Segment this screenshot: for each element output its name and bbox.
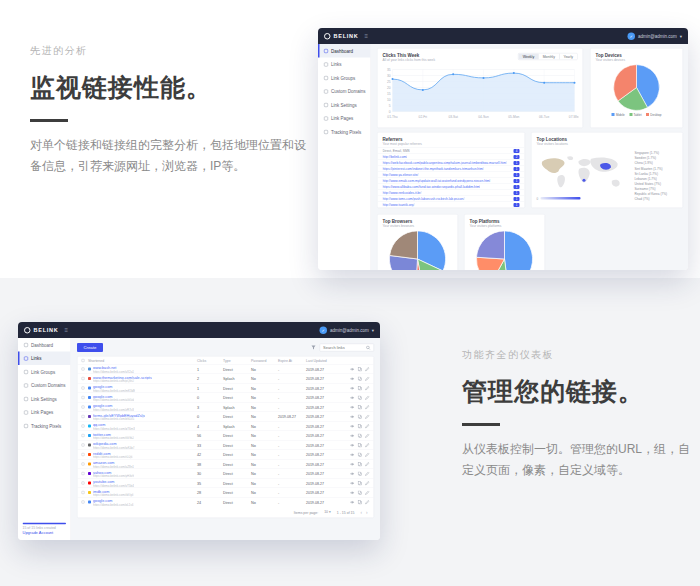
- copy-icon[interactable]: [358, 367, 363, 372]
- row-checkbox[interactable]: [82, 491, 85, 494]
- copy-icon[interactable]: [358, 386, 363, 391]
- referrer-url[interactable]: https://web.facebook.com/pablo.argentina…: [383, 161, 507, 165]
- copy-icon[interactable]: [358, 405, 363, 410]
- copy-icon[interactable]: [358, 376, 363, 381]
- prev-page-button[interactable]: ‹: [361, 510, 363, 515]
- edit-icon[interactable]: [365, 395, 370, 400]
- copy-icon[interactable]: [358, 500, 363, 505]
- edit-icon[interactable]: [365, 414, 370, 419]
- edit-icon[interactable]: [365, 405, 370, 410]
- sidebar-item-link-groups[interactable]: Link Groups: [18, 365, 71, 379]
- copy-icon[interactable]: [358, 452, 363, 457]
- edit-icon[interactable]: [365, 452, 370, 457]
- referrer-url[interactable]: http://www.toms.com/push.laborcush.rio.b…: [383, 197, 465, 201]
- copy-icon[interactable]: [358, 490, 363, 495]
- sidebar-item-custom-domains[interactable]: Custom Domains: [318, 85, 371, 99]
- tab-weekly[interactable]: Weekly: [519, 54, 538, 60]
- create-button[interactable]: Create: [77, 343, 103, 352]
- col-header-expire[interactable]: Expire At: [278, 359, 306, 363]
- menu-icon[interactable]: ≡: [64, 327, 68, 334]
- sidebar-item-link-pages[interactable]: Link Pages: [18, 406, 71, 420]
- row-checkbox[interactable]: [82, 368, 85, 371]
- copy-icon[interactable]: [358, 424, 363, 429]
- next-page-button[interactable]: ›: [366, 510, 368, 515]
- sidebar-item-dashboard[interactable]: Dashboard: [18, 338, 71, 352]
- view-stats-icon[interactable]: [350, 405, 355, 410]
- referrer-url[interactable]: http://www.renkusides.it.br/: [383, 191, 422, 195]
- edit-icon[interactable]: [365, 500, 370, 505]
- view-stats-icon[interactable]: [350, 500, 355, 505]
- referrer-url[interactable]: http://www.emaki.com.my/update.wall.tat.…: [383, 179, 491, 183]
- tab-monthly[interactable]: Monthly: [538, 54, 559, 60]
- user-avatar[interactable]: ✓: [319, 326, 327, 334]
- edit-icon[interactable]: [365, 386, 370, 391]
- copy-icon[interactable]: [358, 481, 363, 486]
- row-checkbox[interactable]: [82, 463, 85, 466]
- view-stats-icon[interactable]: [350, 452, 355, 457]
- view-stats-icon[interactable]: [350, 481, 355, 486]
- search-icon[interactable]: [366, 345, 371, 350]
- col-header-password[interactable]: Password: [251, 359, 278, 363]
- sidebar-item-link-settings[interactable]: Link Settings: [18, 392, 71, 406]
- copy-icon[interactable]: [358, 395, 363, 400]
- row-checkbox[interactable]: [82, 472, 85, 475]
- edit-icon[interactable]: [365, 433, 370, 438]
- sidebar-item-link-settings[interactable]: Link Settings: [318, 98, 371, 112]
- select-all-checkbox[interactable]: [82, 359, 85, 362]
- view-stats-icon[interactable]: [350, 376, 355, 381]
- filter-icon[interactable]: [311, 345, 316, 350]
- edit-icon[interactable]: [365, 490, 370, 495]
- copy-icon[interactable]: [358, 471, 363, 476]
- user-email[interactable]: admin@admin.com: [638, 34, 677, 39]
- row-checkbox[interactable]: [82, 434, 85, 437]
- user-email[interactable]: admin@admin.com: [330, 328, 369, 333]
- edit-icon[interactable]: [365, 424, 370, 429]
- view-stats-icon[interactable]: [350, 490, 355, 495]
- col-header-updated[interactable]: Last Updated: [306, 359, 342, 363]
- sidebar-item-custom-domains[interactable]: Custom Domains: [18, 379, 71, 393]
- col-header-clicks[interactable]: Clicks: [197, 359, 223, 363]
- referrer-url[interactable]: http://www.ya.elenor.site/: [383, 173, 419, 177]
- referrer-url[interactable]: https://www.allibaba.com/fund.tax.windor…: [383, 185, 481, 189]
- view-stats-icon[interactable]: [350, 443, 355, 448]
- referrer-url[interactable]: http://belink.com/: [383, 155, 408, 159]
- referrer-url[interactable]: http://www.tsantik.org/: [383, 203, 415, 207]
- row-checkbox[interactable]: [82, 425, 85, 428]
- edit-icon[interactable]: [365, 462, 370, 467]
- sidebar-item-links[interactable]: Links: [18, 352, 71, 366]
- sidebar-item-link-groups[interactable]: Link Groups: [318, 71, 371, 85]
- row-checkbox[interactable]: [82, 501, 85, 504]
- menu-icon[interactable]: ≡: [364, 33, 368, 40]
- col-header-type[interactable]: Type: [223, 359, 251, 363]
- search-input[interactable]: [323, 345, 364, 350]
- view-stats-icon[interactable]: [350, 433, 355, 438]
- edit-icon[interactable]: [365, 367, 370, 372]
- items-per-page-select[interactable]: 10 ▾: [324, 510, 331, 514]
- upgrade-account-link[interactable]: Upgrade Account: [23, 531, 67, 536]
- copy-icon[interactable]: [358, 462, 363, 467]
- row-checkbox[interactable]: [82, 396, 85, 399]
- user-avatar[interactable]: ✓: [627, 32, 635, 40]
- edit-icon[interactable]: [365, 376, 370, 381]
- copy-icon[interactable]: [358, 443, 363, 448]
- view-stats-icon[interactable]: [350, 395, 355, 400]
- sidebar-item-links[interactable]: Links: [318, 58, 371, 72]
- view-stats-icon[interactable]: [350, 471, 355, 476]
- edit-icon[interactable]: [365, 443, 370, 448]
- row-checkbox[interactable]: [82, 406, 85, 409]
- view-stats-icon[interactable]: [350, 424, 355, 429]
- view-stats-icon[interactable]: [350, 462, 355, 467]
- copy-icon[interactable]: [358, 414, 363, 419]
- view-stats-icon[interactable]: [350, 414, 355, 419]
- referrer-url[interactable]: https://pinterest.com/indonet.the.mynthw…: [383, 167, 484, 171]
- row-checkbox[interactable]: [82, 387, 85, 390]
- view-stats-icon[interactable]: [350, 367, 355, 372]
- view-stats-icon[interactable]: [350, 386, 355, 391]
- row-checkbox[interactable]: [82, 377, 85, 380]
- row-checkbox[interactable]: [82, 453, 85, 456]
- col-header-shortened[interactable]: Shortened: [88, 359, 197, 363]
- sidebar-item-tracking-pixels[interactable]: Tracking Pixels: [18, 419, 71, 433]
- sidebar-item-tracking-pixels[interactable]: Tracking Pixels: [318, 125, 371, 139]
- sidebar-item-dashboard[interactable]: Dashboard: [318, 44, 371, 58]
- edit-icon[interactable]: [365, 471, 370, 476]
